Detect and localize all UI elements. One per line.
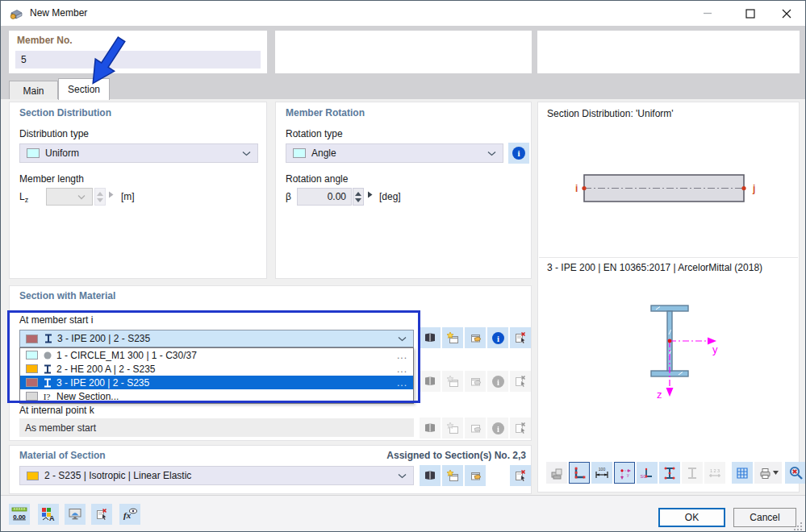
preview-toolbar: 100 y SC 1 2 3 <box>546 462 806 484</box>
rotation-angle-input[interactable]: 0.00 <box>297 188 352 206</box>
display-properties-button[interactable]: A <box>38 504 59 525</box>
dropdown-option-circle[interactable]: 1 - CIRCLE_M1 300 | 1 - C30/37 ... <box>20 348 413 362</box>
node-end-label: j <box>752 183 755 194</box>
cancel-button[interactable]: Cancel <box>733 508 796 527</box>
svg-text:I?: I? <box>44 392 51 401</box>
new-item-icon <box>446 422 459 434</box>
material-edit-button[interactable] <box>465 465 486 486</box>
stress-points-button[interactable]: SC <box>637 462 658 484</box>
option-color-swatch <box>26 351 38 360</box>
section-new-button[interactable] <box>442 327 463 348</box>
option-more-button[interactable]: ... <box>397 377 407 389</box>
rotation-angle-stepper[interactable] <box>353 188 364 206</box>
section-library-button[interactable] <box>420 327 441 348</box>
tab-main-label: Main <box>23 85 44 97</box>
section-library-button-disabled <box>420 371 441 392</box>
delete-item-icon <box>514 331 527 344</box>
resize-grip-icon <box>794 522 803 531</box>
tab-section-label: Section <box>68 84 100 95</box>
minimize-button[interactable] <box>689 1 726 26</box>
dropdown-option-ipe-selected[interactable]: 3 - IPE 200 | 2 - S235 ... <box>20 376 413 389</box>
preview-section-caption: 3 - IPE 200 | EN 10365:2017 | ArcelorMit… <box>547 262 762 273</box>
tab-section[interactable]: Section <box>58 78 110 100</box>
at-internal-point-label: At internal point k <box>19 405 94 416</box>
dropdown-option-he[interactable]: 2 - HE 200 A | 2 - S235 ... <box>20 362 413 376</box>
dropdown-option-new-section[interactable]: I? New Section... <box>20 389 413 403</box>
section-with-material-panel: Section with Material At member start i … <box>9 285 532 441</box>
rotation-angle-label: Rotation angle <box>286 173 348 185</box>
option-color-swatch <box>26 392 38 401</box>
material-delete-button[interactable] <box>510 465 531 486</box>
material-new-button[interactable] <box>442 465 463 486</box>
member-rotation-title: Member Rotation <box>286 107 365 118</box>
distribution-color-swatch <box>27 148 40 158</box>
section-edit-button[interactable] <box>465 327 486 348</box>
distribution-type-label: Distribution type <box>19 128 89 139</box>
member-rotation-panel: Member Rotation Rotation type Angle i Ro… <box>275 102 532 279</box>
option-more-button[interactable]: ... <box>397 350 407 361</box>
axes-icon: y <box>617 466 632 480</box>
info-icon: i <box>491 375 505 389</box>
ok-button[interactable]: OK <box>658 508 725 527</box>
section-start-select[interactable]: 3 - IPE 200 | 2 - S235 <box>19 330 414 347</box>
angle-unit: [deg] <box>379 191 401 202</box>
tab-main[interactable]: Main <box>9 81 58 100</box>
units-settings-button[interactable]: 0.00 <box>9 504 30 525</box>
material-select[interactable]: 2 - S235 | Isotropic | Linear Elastic <box>19 466 414 485</box>
formula-eye-icon: fx <box>123 507 138 522</box>
section-info-button[interactable]: i <box>487 327 508 348</box>
numbering-icon: 1 2 3 <box>708 466 722 480</box>
dimensions-button[interactable]: 100 <box>591 462 612 484</box>
close-button[interactable] <box>768 1 805 26</box>
section-new-button-disabled <box>442 371 463 392</box>
section-simple-button-disabled <box>682 462 703 484</box>
svg-text:0.00: 0.00 <box>13 513 26 521</box>
axes-button[interactable]: y <box>614 462 635 484</box>
new-item-icon <box>446 469 459 482</box>
rotation-type-select[interactable]: Angle <box>286 143 503 163</box>
preview-divider <box>539 257 798 258</box>
internal-library-button-disabled <box>420 418 441 438</box>
formula-button[interactable]: fx <box>119 504 140 525</box>
i-section-icon <box>685 466 700 480</box>
cross-section-drawing: y z <box>633 302 771 405</box>
edit-item-icon <box>469 331 482 344</box>
chevron-down-icon <box>487 151 496 156</box>
svg-text:i: i <box>497 334 499 343</box>
delete-all-button[interactable] <box>91 504 112 525</box>
section-color-swatch <box>26 335 38 343</box>
edit-item-icon <box>469 422 482 434</box>
app-member-icon <box>10 6 23 20</box>
section-outline-points-button[interactable] <box>569 462 590 484</box>
zoom-reset-button[interactable] <box>785 462 806 484</box>
resize-grip[interactable] <box>794 522 803 531</box>
internal-info-button-disabled: i <box>487 418 508 438</box>
material-value: 2 - S235 | Isotropic | Linear Elastic <box>44 470 191 481</box>
preview-panel: Section Distribution: 'Uniform' i j 3 - … <box>537 102 800 493</box>
grid-button[interactable] <box>732 462 753 484</box>
member-no-field[interactable]: 5 <box>15 51 261 69</box>
internal-point-field: As member start <box>19 418 414 437</box>
new-item-icon <box>446 375 459 388</box>
option-more-button[interactable]: ... <box>397 364 407 375</box>
screen-view-button[interactable] <box>65 504 86 525</box>
maximize-button[interactable] <box>732 1 769 26</box>
section-points-button[interactable] <box>659 462 680 484</box>
distribution-type-select[interactable]: Uniform <box>19 143 258 163</box>
render-view-button[interactable] <box>546 462 567 484</box>
rotation-angle-expand-arrow[interactable] <box>367 191 373 198</box>
section-delete-button[interactable] <box>510 327 531 348</box>
info-icon: i <box>512 146 526 160</box>
i-section-icon <box>42 333 54 344</box>
print-button[interactable] <box>754 462 782 484</box>
rotation-info-button[interactable]: i <box>508 143 529 164</box>
render-3d-icon <box>549 466 564 480</box>
rotation-type-label: Rotation type <box>286 128 343 139</box>
material-library-button[interactable] <box>420 465 441 486</box>
zoom-cancel-icon <box>788 465 804 480</box>
numbering-button-disabled: 1 2 3 <box>704 462 725 484</box>
edit-item-icon <box>469 469 482 482</box>
rotation-color-swatch <box>293 148 306 158</box>
dimension-icon: 100 <box>595 466 609 480</box>
section-with-material-title: Section with Material <box>19 290 115 301</box>
